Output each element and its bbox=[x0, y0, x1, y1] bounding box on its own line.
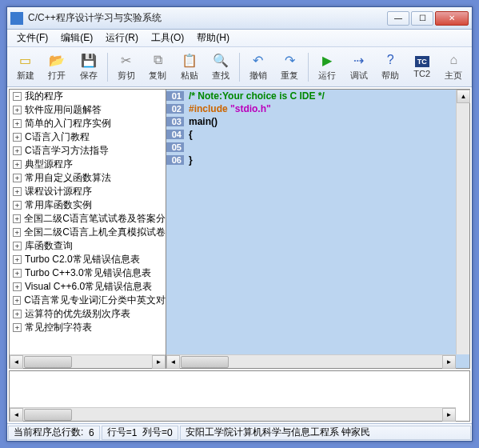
expand-icon[interactable]: + bbox=[13, 255, 22, 264]
status-credit: 安阳工学院计算机科学与信息工程系 钟家民 bbox=[180, 426, 471, 440]
tree-item-label: C语言常见专业词汇分类中英文对 bbox=[24, 294, 166, 307]
expand-icon[interactable]: + bbox=[13, 214, 21, 223]
collapse-icon[interactable]: − bbox=[13, 92, 22, 101]
tree-item[interactable]: +全国二级C语言笔试试卷及答案分 bbox=[10, 212, 166, 226]
menu-item-1[interactable]: 编辑(E) bbox=[54, 30, 99, 46]
redo-button[interactable]: ↷重复 bbox=[275, 50, 305, 85]
tree-h-scrollbar[interactable]: ◄ ► bbox=[10, 354, 166, 368]
scroll-right-button[interactable]: ► bbox=[442, 408, 456, 422]
scroll-left-button[interactable]: ◄ bbox=[166, 355, 180, 369]
tree-item[interactable]: +全国二级C语言上机全真模拟试卷 bbox=[10, 226, 166, 239]
app-window: C/C++程序设计学习与实验系统 — ☐ ✕ 文件(F)编辑(E)运行(R)工具… bbox=[6, 6, 473, 442]
tree-item[interactable]: +C语言学习方法指导 bbox=[10, 144, 166, 158]
home-button[interactable]: ⌂主页 bbox=[438, 50, 469, 85]
paste-button[interactable]: 📋粘贴 bbox=[174, 50, 205, 85]
tree-item[interactable]: +Turbo C++3.0常见错误信息表 bbox=[10, 266, 166, 280]
menu-item-0[interactable]: 文件(F) bbox=[10, 30, 54, 46]
scroll-right-button[interactable]: ► bbox=[152, 355, 166, 369]
expand-icon[interactable]: + bbox=[13, 174, 22, 182]
debug-button[interactable]: ⇢调试 bbox=[344, 50, 374, 85]
code-line[interactable]: 06} bbox=[166, 154, 469, 166]
expand-icon[interactable]: + bbox=[13, 106, 22, 114]
expand-icon[interactable]: + bbox=[13, 160, 22, 169]
tree-item[interactable]: +软件应用问题解答 bbox=[10, 103, 166, 117]
expand-icon[interactable]: + bbox=[13, 282, 22, 291]
toolbar: ▭新建📂打开💾保存✂剪切⧉复制📋粘贴🔍查找↶撤销↷重复▶运行⇢调试?帮助TCTC… bbox=[7, 47, 472, 87]
tc2-button[interactable]: TCTC2 bbox=[407, 50, 437, 85]
output-h-scrollbar[interactable]: ◄ ► bbox=[10, 407, 456, 421]
code-line[interactable]: 01/* Note:Your choice is C IDE */ bbox=[166, 90, 469, 102]
titlebar[interactable]: C/C++程序设计学习与实验系统 — ☐ ✕ bbox=[7, 7, 472, 30]
tree-item[interactable]: +Turbo C2.0常见错误信息表 bbox=[10, 253, 166, 266]
scroll-thumb[interactable] bbox=[24, 409, 72, 421]
maximize-button[interactable]: ☐ bbox=[411, 11, 433, 26]
code-editor[interactable]: 01/* Note:Your choice is C IDE */02#incl… bbox=[166, 90, 469, 368]
code-line[interactable]: 02#include "stdio.h" bbox=[166, 102, 469, 115]
tree-item[interactable]: +典型源程序 bbox=[10, 158, 166, 171]
tree-item[interactable]: +Visual C++6.0常见错误信息表 bbox=[10, 280, 166, 294]
expand-icon[interactable]: + bbox=[13, 146, 22, 155]
tree-item[interactable]: +课程设计源程序 bbox=[10, 185, 166, 198]
expand-icon[interactable]: + bbox=[13, 296, 21, 305]
tree-view[interactable]: − 我的程序 +软件应用问题解答+简单的入门程序实例+C语言入门教程+C语言学习… bbox=[10, 90, 166, 354]
tool-label: 运行 bbox=[318, 70, 336, 82]
tree-item[interactable]: +简单的入门程序实例 bbox=[10, 117, 166, 130]
save-button[interactable]: 💾保存 bbox=[74, 50, 104, 85]
cut-icon: ✂ bbox=[118, 52, 134, 68]
expand-icon[interactable]: + bbox=[13, 133, 22, 142]
expand-icon[interactable]: + bbox=[13, 269, 22, 278]
expand-icon[interactable]: + bbox=[13, 242, 22, 250]
expand-icon[interactable]: + bbox=[13, 310, 22, 318]
editor-v-scrollbar[interactable]: ▲ bbox=[456, 90, 469, 354]
minimize-button[interactable]: — bbox=[387, 11, 409, 26]
scroll-left-button[interactable]: ◄ bbox=[10, 408, 23, 422]
tree-item[interactable]: +C语言常见专业词汇分类中英文对 bbox=[10, 294, 166, 307]
toolbar-separator bbox=[239, 53, 240, 82]
cut-button[interactable]: ✂剪切 bbox=[111, 50, 142, 85]
scroll-up-button[interactable]: ▲ bbox=[457, 90, 470, 103]
tree-item[interactable]: +常用库函数实例 bbox=[10, 198, 166, 212]
scroll-left-button[interactable]: ◄ bbox=[10, 355, 23, 369]
tree-item[interactable]: +运算符的优先级别次序表 bbox=[10, 307, 166, 321]
tree-item-label: 典型源程序 bbox=[25, 158, 73, 171]
tree-item[interactable]: +库函数查询 bbox=[10, 239, 166, 253]
tree-item[interactable]: +C语言入门教程 bbox=[10, 130, 166, 144]
output-panel[interactable]: ◄ ► bbox=[9, 370, 470, 422]
expand-icon[interactable]: + bbox=[13, 187, 22, 196]
content-area: − 我的程序 +软件应用问题解答+简单的入门程序实例+C语言入门教程+C语言学习… bbox=[7, 87, 472, 423]
menu-item-4[interactable]: 帮助(H) bbox=[190, 30, 236, 46]
menu-item-3[interactable]: 工具(O) bbox=[145, 30, 190, 46]
tree-item[interactable]: +常用自定义函数算法 bbox=[10, 171, 166, 185]
tree-root[interactable]: − 我的程序 bbox=[10, 90, 166, 103]
status-lines: 当前程序总行数: 6 bbox=[8, 426, 100, 440]
close-button[interactable]: ✕ bbox=[435, 11, 469, 26]
scroll-thumb[interactable] bbox=[181, 356, 229, 368]
menu-item-2[interactable]: 运行(R) bbox=[99, 30, 145, 46]
help-button[interactable]: ?帮助 bbox=[375, 50, 405, 85]
scroll-right-button[interactable]: ► bbox=[442, 355, 456, 369]
tool-label: TC2 bbox=[413, 69, 430, 78]
expand-icon[interactable]: + bbox=[13, 323, 22, 332]
code-line[interactable]: 04{ bbox=[166, 128, 469, 141]
expand-icon[interactable]: + bbox=[13, 228, 21, 237]
scroll-thumb[interactable] bbox=[24, 356, 72, 368]
tree-item-label: Turbo C2.0常见错误信息表 bbox=[25, 253, 140, 266]
tool-label: 查找 bbox=[212, 70, 230, 82]
line-number: 02 bbox=[166, 104, 184, 114]
new-button[interactable]: ▭新建 bbox=[10, 50, 41, 85]
find-button[interactable]: 🔍查找 bbox=[206, 50, 236, 85]
undo-button[interactable]: ↶撤销 bbox=[243, 50, 273, 85]
editor-h-scrollbar[interactable]: ◄ ► bbox=[166, 354, 456, 368]
code-line[interactable]: 05 bbox=[166, 141, 469, 154]
code-text: /* Note:Your choice is C IDE */ bbox=[184, 90, 325, 102]
save-icon: 💾 bbox=[81, 52, 97, 68]
tree-item[interactable]: +常见控制字符表 bbox=[10, 321, 166, 334]
expand-icon[interactable]: + bbox=[13, 119, 22, 128]
open-button[interactable]: 📂打开 bbox=[42, 50, 73, 85]
run-button[interactable]: ▶运行 bbox=[312, 50, 342, 85]
copy-button[interactable]: ⧉复制 bbox=[142, 50, 173, 85]
code-line[interactable]: 03main() bbox=[166, 115, 469, 128]
tool-label: 撤销 bbox=[249, 70, 267, 82]
expand-icon[interactable]: + bbox=[13, 201, 22, 210]
code-text: #include "stdio.h" bbox=[184, 103, 271, 114]
